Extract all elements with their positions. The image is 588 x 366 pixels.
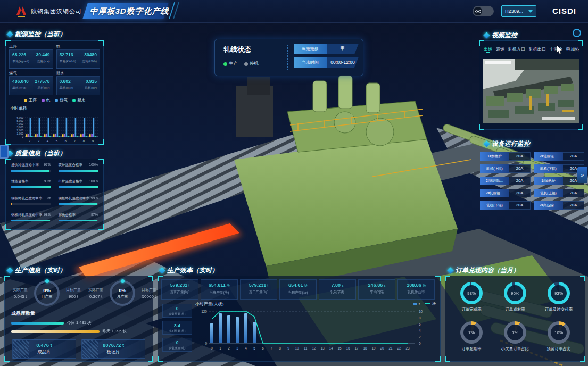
energy-stat-card: 68.22639.449单耗(kgce/t)总耗(tce) xyxy=(9,49,53,69)
hourly-output-chart: 0120024681001234567891011121314151617181… xyxy=(193,307,438,357)
efficiency-card-unit: % xyxy=(423,284,426,287)
line-status-legend: 生产停机 xyxy=(223,61,259,67)
panel-title-text: 设备运行监控 xyxy=(492,139,530,148)
video-tab-0[interactable]: 出钢 xyxy=(484,46,492,52)
efficiency-card-unit: s xyxy=(384,284,385,287)
efficiency-card-unit: 块 xyxy=(304,284,308,287)
visibility-toggle[interactable] xyxy=(473,6,494,16)
efficiency-card-label: 当日产量(块) xyxy=(280,290,316,295)
video-tab-5[interactable]: 电加热 xyxy=(566,46,579,52)
order-donut-2: 93%订单及时交付率 xyxy=(537,279,581,319)
efficiency-card-5: 246.86s平均间隔 xyxy=(358,279,395,300)
equipment-cell-3: 轧机(下辊)20A xyxy=(534,164,584,173)
quality-row: 探伤合格率97% xyxy=(59,213,98,218)
quality-bar-fill xyxy=(11,186,51,188)
quality-item-0: 超快冷温度命中率97% xyxy=(11,163,51,176)
panel-title-text: 视频监控 xyxy=(492,31,517,40)
svg-text:16: 16 xyxy=(346,346,350,350)
efficiency-card-value: 246.86s xyxy=(359,282,395,288)
quality-item-2: 性能合格率99% xyxy=(11,179,51,192)
quality-percent: 97% xyxy=(44,163,51,167)
video-tab-3[interactable]: 轧机出口 xyxy=(529,46,546,52)
svg-text:10: 10 xyxy=(295,346,299,350)
equipment-cell-4: 2#高压除…20A xyxy=(480,177,531,185)
video-tab-2[interactable]: 轧机入口 xyxy=(508,46,525,52)
svg-text:8: 8 xyxy=(279,346,281,350)
quality-item-3: 出炉温度合格率100% xyxy=(59,179,98,192)
inventory-title: 成品库数量 xyxy=(11,310,148,317)
panel-line-status: 轧线状态 生产停机 当班班组甲当班时间00:00-12:00 xyxy=(214,39,363,76)
equipment-cell-0: 1#加热炉20A xyxy=(480,152,531,161)
energy-metric-2: 煤气486.040277578单耗(m³/t)总耗(m³) xyxy=(9,71,53,95)
quality-row: 出炉温度合格率100% xyxy=(59,179,98,184)
line-select-dropdown[interactable]: H2309... xyxy=(501,5,536,17)
quality-row: 超快冷温度命中率97% xyxy=(11,163,51,168)
video-feed-thumbnail[interactable] xyxy=(483,59,579,123)
video-camera-tabs: 出钢装钢轧机入口轧机出口中间冷电加热 xyxy=(483,44,579,55)
side-flag-tab[interactable] xyxy=(0,145,9,159)
svg-text:12: 12 xyxy=(312,346,316,350)
efficiency-card-2: 579.231t当日产量(吨) xyxy=(240,279,277,300)
equipment-cell-8: 轧机(下辊)20A xyxy=(480,201,531,210)
efficiency-card-3: 654.61块当日产量(块) xyxy=(279,279,317,300)
corner-bracket xyxy=(4,276,10,281)
panel-title-efficiency: 生产效率（实时） xyxy=(160,266,218,275)
corner-bracket xyxy=(580,276,585,281)
quality-bar-track xyxy=(59,186,98,188)
equipment-label: 2#轧区辊… xyxy=(480,189,509,197)
quality-bar-track xyxy=(11,203,51,205)
company-name: 陕钢集团汉钢公司 xyxy=(31,0,82,22)
svg-text:23: 23 xyxy=(405,346,410,350)
line-legend-icon xyxy=(425,303,430,304)
svg-text:2: 2 xyxy=(228,346,230,350)
diamond-icon xyxy=(6,267,13,274)
quality-bar-track xyxy=(59,170,98,172)
corner-bracket xyxy=(445,276,450,281)
quality-row: 钢板终轧凸度命中率3% xyxy=(11,196,51,201)
efficiency-card-1: 654.611块当班产量(块) xyxy=(201,279,238,300)
energy-values: 486.040277578 xyxy=(12,79,50,84)
energy-sublabels: 单耗(kWh/t)总耗(kWh) xyxy=(60,57,97,64)
side-box-label: 待轧块数(块) xyxy=(163,312,192,316)
legend-dot xyxy=(55,99,58,102)
status-row-value: 甲 xyxy=(327,44,359,54)
gauge-ring: 0%月产量 xyxy=(110,280,135,306)
collapse-icon[interactable] xyxy=(573,29,581,37)
svg-text:2: 2 xyxy=(419,335,421,339)
store-label: 成品库 xyxy=(13,349,76,355)
panel-title-orders: 订单兑现内容（当月） xyxy=(448,266,519,275)
donut-label: 订单完成率 xyxy=(450,307,493,312)
legend-dot xyxy=(42,99,45,102)
energy-category-label: 电 xyxy=(56,44,101,49)
equipment-label: 2#高压除… xyxy=(480,177,509,185)
donut-value: 10% xyxy=(548,321,570,344)
quality-label: 出炉温度合格率 xyxy=(59,179,83,184)
donut-ring: 95% xyxy=(504,282,526,304)
corner-bracket xyxy=(98,40,104,46)
quality-bar-fill xyxy=(59,170,98,172)
quality-row: 钢板终轧温度命中率99% xyxy=(59,196,98,201)
equipment-value: 20A xyxy=(509,152,531,161)
order-donut-0: 98%订单完成率 xyxy=(450,279,493,319)
store-value: 8076.72 t xyxy=(82,342,145,348)
gauge-dot xyxy=(121,279,125,283)
equipment-label: 轧机(上辊) xyxy=(534,189,563,197)
video-tab-1[interactable]: 装钢 xyxy=(496,46,504,52)
svg-text:1: 1 xyxy=(219,346,221,350)
header-divider xyxy=(544,6,544,16)
gauge-target-value: 900 t xyxy=(62,294,85,299)
expand-button[interactable]: » xyxy=(577,167,587,183)
panel-title-text: 生产信息（实时） xyxy=(15,266,66,275)
cisdi-logo: CISDI xyxy=(552,6,576,15)
panel-title-production: 生产信息（实时） xyxy=(7,266,66,275)
donut-label: 订单成材率 xyxy=(493,307,537,312)
svg-text:6: 6 xyxy=(65,139,67,143)
status-row-0: 当班班组甲 xyxy=(294,44,359,54)
quality-label: 钢板终轧温度命中率 xyxy=(59,196,90,201)
efficiency-side-boxes: 0待轧块数(块)8.4小时块数(块)0待轧重量(吨) xyxy=(162,304,192,352)
donut-label: 小欠量订单占比 xyxy=(493,346,537,352)
svg-text:3: 3 xyxy=(236,346,238,350)
equipment-label: 2#高压除… xyxy=(534,201,563,210)
status-row-label: 当班时间 xyxy=(294,57,327,68)
energy-category-label: 煤气 xyxy=(9,71,53,76)
